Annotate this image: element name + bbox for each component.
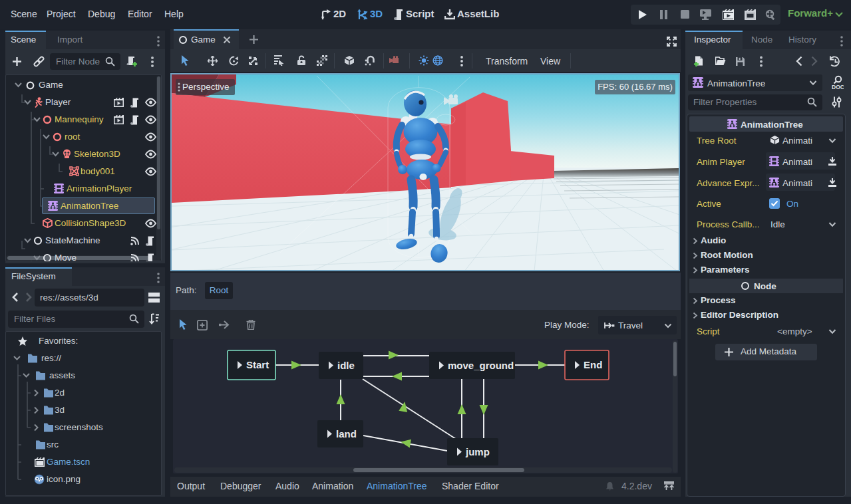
svg-text:DOC: DOC	[832, 84, 844, 90]
svg-text:End: End	[584, 359, 602, 370]
svg-text:move_ground: move_ground	[448, 360, 514, 371]
svg-text:Start: Start	[246, 359, 269, 370]
svg-text:jump: jump	[465, 446, 490, 457]
svg-text:idle: idle	[337, 360, 355, 371]
svg-text:land: land	[336, 428, 357, 440]
